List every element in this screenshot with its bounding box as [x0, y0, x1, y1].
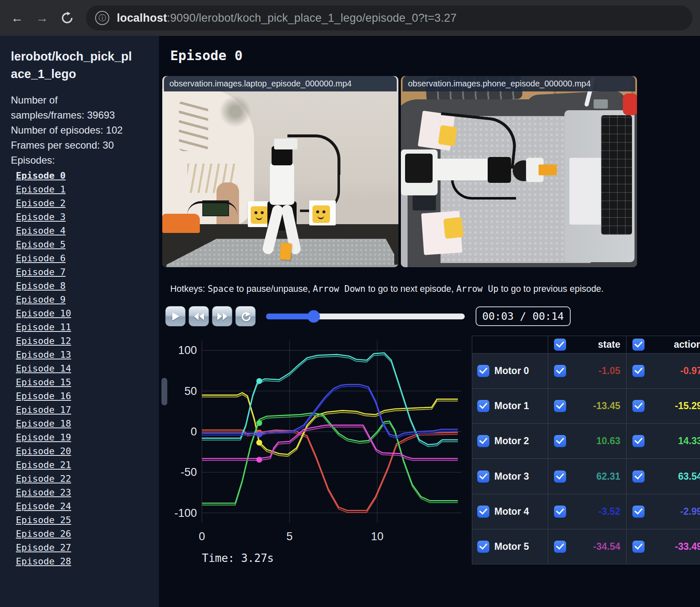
play-button[interactable] — [165, 306, 186, 326]
sticker-eye — [316, 210, 319, 213]
checkbox-checked[interactable] — [554, 365, 566, 377]
orange-lego-block — [280, 243, 292, 260]
episode-link-episode-5[interactable]: Episode 5 — [16, 239, 65, 250]
checkbox-checked[interactable] — [632, 435, 645, 447]
episode-link-episode-28[interactable]: Episode 28 — [16, 556, 71, 567]
hotkeys-text: to go to previous episode. — [499, 284, 604, 294]
video-phone[interactable]: observation.images.phone_episode_000000.… — [401, 76, 637, 267]
episode-link-episode-0[interactable]: Episode 0 — [16, 170, 65, 181]
episode-link-episode-4[interactable]: Episode 4 — [16, 225, 65, 236]
checkbox-checked[interactable] — [554, 506, 566, 518]
episode-link-episode-14[interactable]: Episode 14 — [16, 363, 71, 374]
episode-link-episode-13[interactable]: Episode 13 — [16, 349, 71, 360]
dataset-info-line: samples/frames: 39693 — [11, 108, 159, 123]
episode-list-item: Episode 10 — [16, 306, 159, 320]
episode-link-episode-8[interactable]: Episode 8 — [16, 281, 65, 291]
fast-forward-button[interactable] — [212, 306, 232, 326]
episode-link-episode-20[interactable]: Episode 20 — [16, 446, 71, 456]
motor-state-value: 62.31 — [566, 471, 620, 482]
motor-action-value: -0.97 — [645, 365, 700, 377]
checkbox-checked[interactable] — [554, 470, 566, 483]
episode-list-item: Episode 17 — [16, 403, 159, 417]
episode-list-item: Episode 12 — [16, 334, 159, 348]
checkbox-checked[interactable] — [477, 506, 489, 518]
checkbox-checked[interactable] — [632, 506, 645, 518]
video-laptop-frame — [162, 76, 398, 267]
reload-icon[interactable] — [58, 8, 77, 28]
video-laptop-header: observation.images.laptop_episode_000000… — [164, 76, 397, 91]
motor-state-value: -3.52 — [566, 506, 620, 517]
checkbox-checked[interactable] — [632, 339, 645, 351]
episode-list-item: Episode 22 — [16, 472, 159, 486]
episode-link-episode-19[interactable]: Episode 19 — [16, 432, 71, 443]
episode-list-item: Episode 15 — [16, 375, 159, 389]
motor-action-value: -15.29 — [645, 400, 700, 412]
episode-link-episode-25[interactable]: Episode 25 — [16, 515, 71, 525]
episode-list-item: Episode 26 — [16, 527, 159, 541]
checkbox-checked[interactable] — [477, 365, 489, 377]
scrollbar-thumb[interactable] — [161, 378, 167, 405]
table-row: Motor 0-1.05-0.97 — [472, 354, 700, 389]
site-info-icon[interactable]: ⓘ — [95, 11, 109, 25]
panda-sticker — [251, 206, 268, 224]
y-tick-label: 0 — [191, 425, 197, 438]
episode-link-episode-24[interactable]: Episode 24 — [16, 501, 71, 511]
y-tick-label: -100 — [174, 507, 197, 519]
checkbox-checked[interactable] — [554, 400, 566, 412]
episode-link-episode-17[interactable]: Episode 17 — [16, 405, 71, 415]
episode-list-item: Episode 4 — [16, 224, 159, 238]
checkbox-checked[interactable] — [554, 541, 566, 553]
motor-state-value: -34.54 — [566, 541, 620, 552]
checkbox-checked[interactable] — [477, 435, 489, 447]
video-laptop[interactable]: observation.images.laptop_episode_000000… — [162, 76, 398, 267]
episode-link-episode-26[interactable]: Episode 26 — [16, 529, 71, 539]
episode-link-episode-23[interactable]: Episode 23 — [16, 487, 71, 498]
motor-chart[interactable]: 100500-50-1000510 Time: 3.27s — [167, 336, 464, 564]
episode-link-episode-22[interactable]: Episode 22 — [16, 473, 71, 484]
episode-link-episode-12[interactable]: Episode 12 — [16, 336, 71, 346]
episode-link-episode-11[interactable]: Episode 11 — [16, 322, 71, 332]
episode-link-episode-1[interactable]: Episode 1 — [16, 184, 65, 195]
episode-link-episode-7[interactable]: Episode 7 — [16, 267, 65, 277]
episode-link-episode-15[interactable]: Episode 15 — [16, 377, 71, 387]
checkbox-checked[interactable] — [554, 435, 566, 447]
motor-action-value: -2.99 — [645, 506, 700, 517]
checkbox-checked[interactable] — [554, 339, 566, 351]
address-bar[interactable]: ⓘ localhost:9090/lerobot/koch_pick_place… — [86, 5, 692, 30]
episode-link-episode-27[interactable]: Episode 27 — [16, 542, 71, 553]
video-phone-frame — [401, 76, 637, 267]
rewind-button[interactable] — [189, 306, 209, 326]
sticker-smile — [256, 215, 262, 220]
episode-link-episode-16[interactable]: Episode 16 — [16, 391, 71, 401]
seek-slider[interactable] — [266, 314, 465, 319]
forward-icon[interactable]: → — [33, 8, 52, 28]
checkbox-checked[interactable] — [477, 541, 489, 553]
checkbox-checked[interactable] — [632, 541, 645, 553]
robot-motor — [405, 154, 433, 183]
episode-link-episode-2[interactable]: Episode 2 — [16, 198, 65, 208]
motor-state-value: -1.05 — [566, 365, 620, 377]
episode-list-item: Episode 16 — [16, 389, 159, 403]
episode-link-episode-10[interactable]: Episode 10 — [16, 308, 71, 319]
episode-link-episode-3[interactable]: Episode 3 — [16, 212, 65, 222]
episode-link-episode-6[interactable]: Episode 6 — [16, 253, 65, 263]
seek-slider-thumb[interactable] — [307, 310, 320, 323]
loop-button[interactable] — [235, 306, 256, 326]
checkbox-checked[interactable] — [477, 400, 489, 412]
table-row: Motor 210.6314.33 — [472, 424, 700, 459]
episode-link-episode-9[interactable]: Episode 9 — [16, 294, 65, 305]
checkbox-checked[interactable] — [632, 470, 645, 483]
checkbox-checked[interactable] — [477, 470, 489, 483]
lego-baseplate-edge — [187, 265, 398, 267]
back-icon[interactable]: ← — [8, 8, 27, 28]
checkbox-checked[interactable] — [632, 365, 645, 377]
episode-link-episode-21[interactable]: Episode 21 — [16, 460, 71, 470]
browser-toolbar: ← → ⓘ localhost:9090/lerobot/koch_pick_p… — [0, 0, 700, 36]
shirt-pattern — [179, 101, 208, 151]
orange-lego-block — [539, 164, 557, 175]
episode-link-episode-18[interactable]: Episode 18 — [16, 418, 71, 429]
checkbox-checked[interactable] — [632, 400, 645, 412]
bottom-row: 100500-50-1000510 Time: 3.27s stateactio… — [167, 336, 700, 564]
episode-list: Episode 0Episode 1Episode 2Episode 3Epis… — [11, 169, 159, 568]
sticker — [443, 217, 464, 239]
